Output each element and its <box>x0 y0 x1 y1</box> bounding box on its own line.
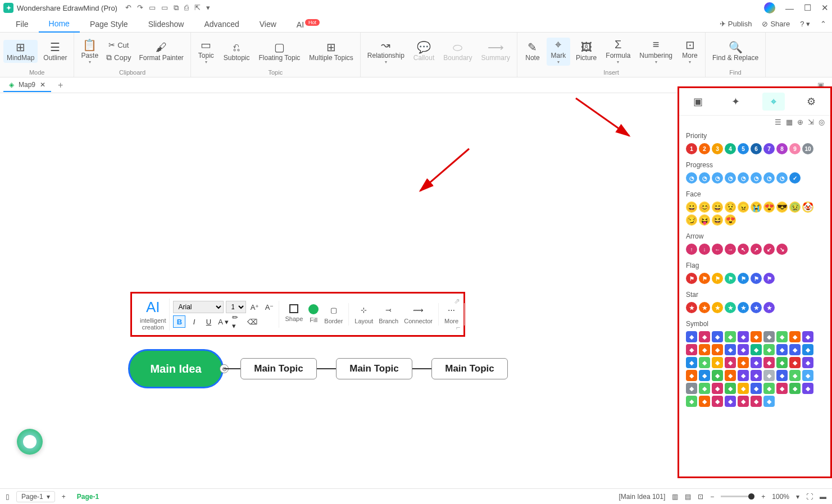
user-avatar-icon[interactable] <box>764 2 775 13</box>
more-format-button[interactable]: ⋯More <box>442 303 461 326</box>
flag-mark-2[interactable]: ⚑ <box>699 273 710 284</box>
priority-mark-9[interactable]: 9 <box>789 143 801 154</box>
ai-creation-button[interactable]: AI intelligent creation <box>137 299 170 331</box>
face-mark-6[interactable]: 😭 <box>751 201 762 213</box>
document-tab[interactable]: ◈ Map9 ✕ <box>3 79 51 92</box>
progress-mark-2[interactable]: ◔ <box>699 172 710 184</box>
qat-more-icon[interactable]: ▾ <box>206 3 210 12</box>
symbol-mark-31[interactable]: ◆ <box>686 370 697 381</box>
open-icon[interactable]: ▭ <box>149 3 156 12</box>
fill-button[interactable]: Fill <box>306 303 321 326</box>
layout-button[interactable]: ⊹Layout <box>352 303 375 326</box>
subtopic-button[interactable]: ⎌Subtopic <box>220 40 253 63</box>
tab-view[interactable]: View <box>249 16 287 32</box>
symbol-mark-52[interactable]: ◆ <box>699 396 710 407</box>
symbol-mark-13[interactable]: ◆ <box>712 344 723 355</box>
star-mark-3[interactable]: ★ <box>712 302 723 313</box>
star-mark-7[interactable]: ★ <box>763 302 775 313</box>
priority-mark-3[interactable]: 3 <box>712 143 723 154</box>
arrow-mark-4[interactable]: → <box>725 244 736 255</box>
symbol-mark-42[interactable]: ◆ <box>699 383 710 394</box>
topic-node-2[interactable]: Main Topic <box>336 358 412 379</box>
face-mark-1[interactable]: 😀 <box>686 201 697 213</box>
italic-button[interactable]: I <box>188 315 200 328</box>
assistant-button[interactable] <box>17 429 43 455</box>
face-mark-3[interactable]: 😄 <box>712 201 723 213</box>
star-mark-6[interactable]: ★ <box>751 302 762 313</box>
font-size-select[interactable]: 18 <box>226 301 246 313</box>
format-painter-button[interactable]: 🖌Format Painter <box>135 40 187 63</box>
symbol-mark-14[interactable]: ◆ <box>725 344 736 355</box>
formula-button[interactable]: ΣFormula▾ <box>602 38 634 66</box>
symbol-mark-3[interactable]: ◆ <box>712 331 723 342</box>
highlight-button[interactable]: ✏ ▾ <box>231 315 244 328</box>
face-mark-7[interactable]: 😍 <box>763 201 775 213</box>
add-group-icon[interactable]: ⊕ <box>797 118 803 126</box>
underline-button[interactable]: U <box>202 315 215 328</box>
bold-button[interactable]: B <box>173 315 185 328</box>
symbol-mark-28[interactable]: ◆ <box>776 357 788 368</box>
star-mark-4[interactable]: ★ <box>725 302 736 313</box>
connector-button[interactable]: ⟿Connector <box>402 303 435 326</box>
zoom-percent[interactable]: 100% <box>772 493 789 501</box>
symbol-mark-2[interactable]: ◆ <box>699 331 710 342</box>
relationship-button[interactable]: ↝Relationship▾ <box>364 38 408 66</box>
symbol-mark-35[interactable]: ◆ <box>738 370 749 381</box>
view-mode-1-icon[interactable]: ▥ <box>672 493 678 501</box>
arrow-mark-5[interactable]: ↖ <box>738 244 749 255</box>
symbol-mark-55[interactable]: ◆ <box>738 396 749 407</box>
symbol-mark-29[interactable]: ◆ <box>789 357 801 368</box>
main-idea-node[interactable]: Main Idea <box>128 349 224 388</box>
collapse-ribbon-icon[interactable]: ⌃ <box>820 20 826 28</box>
symbol-mark-34[interactable]: ◆ <box>725 370 736 381</box>
progress-mark-4[interactable]: ◔ <box>725 172 736 184</box>
border-button[interactable]: ▢Border <box>322 303 345 326</box>
flag-mark-6[interactable]: ⚑ <box>751 273 762 284</box>
progress-mark-6[interactable]: ◔ <box>751 172 762 184</box>
redo-icon[interactable]: ↷ <box>137 3 143 12</box>
progress-mark-8[interactable]: ◔ <box>776 172 788 184</box>
priority-mark-8[interactable]: 8 <box>776 143 788 154</box>
symbol-mark-26[interactable]: ◆ <box>751 357 762 368</box>
symbol-mark-53[interactable]: ◆ <box>712 396 723 407</box>
symbol-mark-12[interactable]: ◆ <box>699 344 710 355</box>
focus-icon[interactable]: ▬ <box>820 493 826 501</box>
close-tab-icon[interactable]: ✕ <box>40 81 46 89</box>
face-mark-12[interactable]: 😝 <box>699 214 710 226</box>
list-view-icon[interactable]: ☰ <box>775 118 781 126</box>
priority-mark-10[interactable]: 10 <box>802 143 813 154</box>
symbol-mark-41[interactable]: ◆ <box>686 383 697 394</box>
star-mark-5[interactable]: ★ <box>738 302 749 313</box>
face-mark-10[interactable]: 🤡 <box>802 201 813 213</box>
flag-mark-1[interactable]: ⚑ <box>686 273 697 284</box>
symbol-mark-39[interactable]: ◆ <box>789 370 801 381</box>
symbol-mark-30[interactable]: ◆ <box>802 357 813 368</box>
clear-format-button[interactable]: ⌫ <box>246 315 258 328</box>
tab-ai[interactable]: AIHot <box>287 16 330 33</box>
symbol-mark-37[interactable]: ◆ <box>763 370 775 381</box>
symbol-mark-47[interactable]: ◆ <box>763 383 775 394</box>
symbol-mark-4[interactable]: ◆ <box>725 331 736 342</box>
star-mark-2[interactable]: ★ <box>699 302 710 313</box>
arrow-mark-6[interactable]: ↗ <box>751 244 762 255</box>
priority-mark-6[interactable]: 6 <box>751 143 762 154</box>
symbol-mark-19[interactable]: ◆ <box>789 344 801 355</box>
symbol-mark-11[interactable]: ◆ <box>686 344 697 355</box>
tab-home[interactable]: Home <box>39 16 80 33</box>
view-mode-2-icon[interactable]: ▤ <box>685 493 691 501</box>
branch-button[interactable]: ⤙Branch <box>376 303 401 326</box>
progress-mark-5[interactable]: ◔ <box>738 172 749 184</box>
flag-mark-5[interactable]: ⚑ <box>738 273 749 284</box>
symbol-mark-27[interactable]: ◆ <box>763 357 775 368</box>
face-mark-9[interactable]: 🤢 <box>789 201 801 213</box>
outliner-mode-button[interactable]: ☰Outliner <box>40 40 70 63</box>
fullscreen-icon[interactable]: ⛶ <box>806 493 813 501</box>
flag-mark-7[interactable]: ⚑ <box>763 273 775 284</box>
face-mark-14[interactable]: 😍 <box>725 214 736 226</box>
symbol-mark-16[interactable]: ◆ <box>751 344 762 355</box>
arrow-mark-2[interactable]: ↓ <box>699 244 710 255</box>
progress-mark-7[interactable]: ◔ <box>763 172 775 184</box>
settings-icon[interactable]: ◎ <box>819 118 825 126</box>
find-replace-button[interactable]: 🔍Find & Replace <box>709 40 762 63</box>
symbol-mark-33[interactable]: ◆ <box>712 370 723 381</box>
